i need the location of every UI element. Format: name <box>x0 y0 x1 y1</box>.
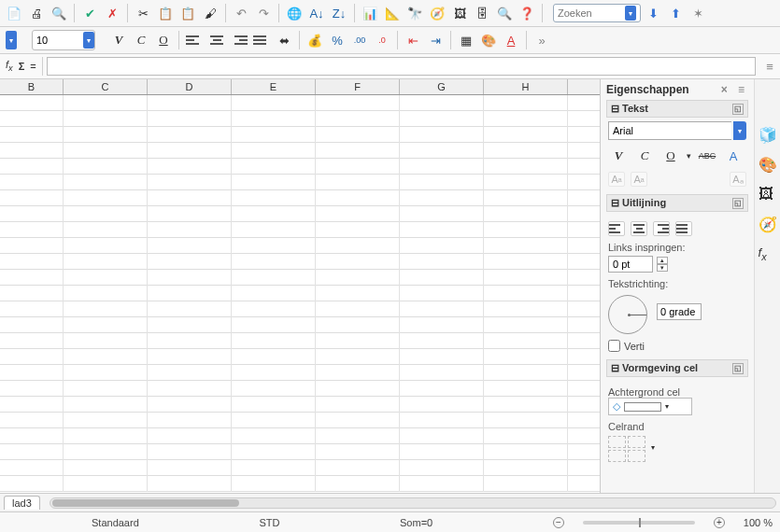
cell[interactable] <box>148 95 232 111</box>
cell[interactable] <box>148 143 232 159</box>
cell[interactable] <box>64 365 148 381</box>
sort-asc-icon[interactable]: A↓ <box>306 3 327 23</box>
cell[interactable] <box>0 301 64 317</box>
cell[interactable] <box>232 428 316 444</box>
cell[interactable] <box>316 175 400 190</box>
cell[interactable] <box>484 159 568 175</box>
indent-down-icon[interactable]: ▾ <box>657 264 668 272</box>
status-sum[interactable]: Som=0 <box>400 517 433 528</box>
cell[interactable] <box>232 270 316 286</box>
cell[interactable] <box>400 190 484 206</box>
cell[interactable] <box>484 301 568 317</box>
cell[interactable] <box>232 301 316 317</box>
find-all-icon[interactable]: ✶ <box>688 3 708 23</box>
cell[interactable] <box>316 365 400 381</box>
fontcolor-icon[interactable]: A <box>501 30 521 50</box>
cell[interactable] <box>316 444 400 460</box>
cell[interactable] <box>148 333 232 349</box>
cell[interactable] <box>0 143 64 159</box>
cell[interactable] <box>64 476 148 492</box>
cell[interactable] <box>484 254 568 270</box>
cell[interactable] <box>316 143 400 159</box>
cell[interactable] <box>148 397 232 413</box>
align-right-icon[interactable] <box>653 221 670 236</box>
functions-rail-icon[interactable]: fx <box>759 245 777 264</box>
copy-icon[interactable]: 📋 <box>155 3 176 23</box>
cell[interactable] <box>148 159 232 175</box>
font-name-input[interactable] <box>608 121 731 140</box>
search-box[interactable]: ▾ <box>553 4 641 22</box>
cell[interactable] <box>64 301 148 317</box>
cell[interactable] <box>148 365 232 381</box>
cell[interactable] <box>484 397 568 413</box>
cell[interactable] <box>316 317 400 333</box>
zoom-in-icon[interactable]: + <box>714 517 725 528</box>
cell[interactable] <box>484 317 568 333</box>
cell[interactable] <box>484 460 568 476</box>
cell[interactable] <box>400 413 484 428</box>
cell[interactable] <box>232 254 316 270</box>
grid-rows[interactable] <box>0 95 600 492</box>
cell[interactable] <box>148 222 232 238</box>
preview-icon[interactable]: 🔍 <box>49 3 69 23</box>
strike-icon[interactable]: ABC <box>697 146 717 166</box>
cell[interactable] <box>400 397 484 413</box>
function-icon[interactable]: 📐 <box>382 3 403 23</box>
cell[interactable] <box>0 270 64 286</box>
cell[interactable] <box>400 333 484 349</box>
col-header[interactable]: H <box>484 79 568 94</box>
spellcheck-icon[interactable]: ✔ <box>79 3 100 23</box>
cell[interactable] <box>64 381 148 397</box>
expand-icon[interactable]: ◱ <box>732 363 744 374</box>
sidebar-menu-icon[interactable]: ≡ <box>734 83 748 96</box>
cell[interactable] <box>400 95 484 111</box>
print-icon[interactable]: 🖨 <box>26 3 47 23</box>
cell[interactable] <box>316 460 400 476</box>
search-dropdown-icon[interactable]: ▾ <box>625 6 636 21</box>
cell[interactable] <box>232 127 316 143</box>
merge-cells-icon[interactable]: ⬌ <box>274 30 294 50</box>
cell[interactable] <box>0 222 64 238</box>
redo-icon[interactable]: ↷ <box>253 3 274 23</box>
clone-format-icon[interactable]: 🖌 <box>200 3 220 23</box>
currency-icon[interactable]: 💰 <box>305 30 325 50</box>
cell[interactable] <box>316 301 400 317</box>
cell[interactable] <box>232 222 316 238</box>
cell[interactable] <box>484 143 568 159</box>
formula-input[interactable] <box>47 57 756 76</box>
cell[interactable] <box>316 159 400 175</box>
align-center-icon[interactable] <box>206 30 227 50</box>
cell[interactable] <box>0 111 64 127</box>
cell[interactable] <box>148 206 232 222</box>
cell[interactable] <box>0 381 64 397</box>
cell[interactable] <box>0 413 64 428</box>
formula-expand-icon[interactable]: ≡ <box>759 56 780 77</box>
border-picker[interactable] <box>608 436 645 462</box>
cell[interactable] <box>148 301 232 317</box>
underline-icon[interactable]: O <box>153 30 174 50</box>
cell[interactable] <box>484 333 568 349</box>
zoom-value[interactable]: 100 % <box>744 517 773 528</box>
cell[interactable] <box>400 254 484 270</box>
font-select[interactable]: ▾ <box>608 121 746 140</box>
cell[interactable] <box>484 175 568 190</box>
cell[interactable] <box>400 111 484 127</box>
align-right-icon[interactable] <box>229 30 249 50</box>
italic-icon[interactable]: C <box>634 146 655 166</box>
sheet-tab[interactable]: lad3 <box>4 496 40 510</box>
cell[interactable] <box>0 428 64 444</box>
cell[interactable] <box>400 222 484 238</box>
cell[interactable] <box>484 222 568 238</box>
autospell-icon[interactable]: ✗ <box>102 3 122 23</box>
cell[interactable] <box>400 317 484 333</box>
cell[interactable] <box>64 270 148 286</box>
case-icon[interactable]: Aₐ <box>730 172 746 187</box>
sort-desc-icon[interactable]: Z↓ <box>329 3 349 23</box>
align-justify-icon[interactable] <box>675 221 692 236</box>
cell[interactable] <box>0 397 64 413</box>
cell[interactable] <box>232 333 316 349</box>
sidebar-close-icon[interactable]: × <box>717 83 731 96</box>
cell[interactable] <box>316 349 400 365</box>
cell[interactable] <box>64 222 148 238</box>
indent-up-icon[interactable]: ▴ <box>657 257 668 264</box>
